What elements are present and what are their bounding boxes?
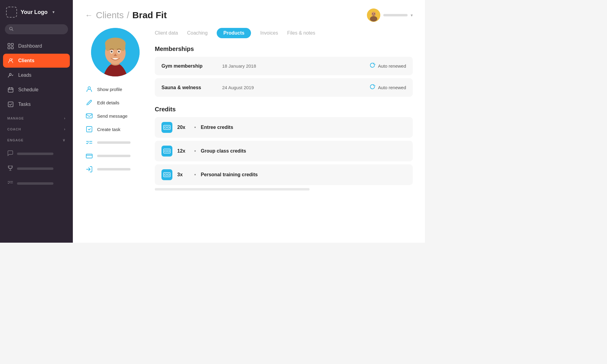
credit-group: 12x • Group class credits	[155, 141, 413, 161]
svg-point-19	[370, 16, 377, 22]
sidebar-bottom-trophy[interactable]	[3, 162, 70, 175]
engage-chevron-icon: ∨	[63, 138, 66, 142]
credits-section: Credits 20x •	[155, 106, 413, 190]
credits-title: Credits	[155, 106, 413, 113]
chat-icon	[7, 150, 13, 157]
svg-point-8	[9, 73, 11, 75]
content-area: Show profile Edit details	[73, 28, 425, 243]
svg-point-35	[112, 51, 112, 52]
action-placeholder-3[interactable]	[85, 165, 146, 174]
membership-status-gym: Auto renewed	[369, 62, 406, 70]
sidebar-bottom-chat[interactable]	[3, 147, 70, 160]
action-placeholder-text-3	[97, 168, 131, 170]
sidebar-item-dashboard[interactable]: Dashboard	[3, 39, 70, 53]
logo[interactable]: Your Logo ▾	[0, 0, 73, 24]
action-placeholder-1[interactable]	[85, 138, 146, 147]
user-name-placeholder	[383, 14, 408, 16]
create-task-label: Create task	[97, 127, 120, 132]
membership-name-gym: Gym membership	[161, 63, 216, 69]
dashboard-icon	[7, 43, 14, 49]
svg-point-60	[168, 174, 169, 176]
svg-point-54	[168, 150, 169, 152]
credit-entree: 20x • Entree credits	[155, 117, 413, 138]
back-button[interactable]: ←	[85, 11, 93, 20]
credit-name-personal: Personal training credits	[201, 172, 258, 177]
user-widget[interactable]: ▾	[367, 8, 413, 22]
memberships-section: Memberships Gym membership 18 January 20…	[155, 46, 413, 100]
membership-date-gym: 18 January 2018	[222, 63, 363, 69]
section-coach[interactable]: COACH ›	[3, 123, 70, 133]
tab-files-notes[interactable]: Files & notes	[287, 29, 315, 38]
sidebar-item-schedule[interactable]: Schedule	[3, 83, 70, 97]
search-bar[interactable]	[5, 24, 68, 34]
edit-details-icon	[85, 98, 93, 107]
create-task-action[interactable]: Create task	[85, 125, 146, 133]
show-profile-action[interactable]: Show profile	[85, 85, 146, 93]
membership-name-sauna: Sauna & welness	[161, 85, 216, 90]
sidebar-item-label: Dashboard	[18, 43, 42, 49]
send-message-label: Send message	[97, 113, 127, 119]
credit-count-entree: 20x	[177, 125, 189, 130]
create-task-icon	[85, 125, 93, 133]
send-message-action[interactable]: Send message	[85, 112, 146, 120]
svg-point-37	[88, 87, 90, 89]
breadcrumb-separator: /	[127, 10, 129, 20]
tab-client-data[interactable]: Client data	[155, 29, 178, 38]
svg-rect-5	[11, 47, 13, 49]
chat-placeholder	[17, 153, 53, 155]
checklist-placeholder	[17, 182, 53, 185]
svg-point-34	[118, 51, 120, 52]
main-content: ← Clients / Brad Fit ▾	[73, 0, 425, 243]
tabs: Client data Coaching Products Invoices F…	[155, 28, 413, 38]
show-profile-icon	[85, 85, 93, 93]
credit-name-group: Group class credits	[201, 148, 246, 154]
renew-icon-sauna	[369, 84, 375, 91]
svg-point-20	[371, 12, 376, 16]
sidebar-item-tasks[interactable]: Tasks	[3, 97, 70, 111]
card-icon	[85, 152, 93, 160]
action-placeholder-2[interactable]	[85, 152, 146, 160]
user-menu-chevron-icon[interactable]: ▾	[411, 13, 413, 18]
trophy-placeholder	[17, 167, 53, 170]
breadcrumb-parent[interactable]: Clients	[96, 10, 124, 20]
left-panel: Show profile Edit details	[85, 28, 146, 237]
section-manage[interactable]: MANAGE ›	[3, 112, 70, 122]
svg-rect-2	[8, 43, 10, 46]
membership-sauna: Sauna & welness 24 August 2019 Auto rene…	[155, 78, 413, 97]
tab-products[interactable]: Products	[217, 28, 251, 38]
memberships-title: Memberships	[155, 46, 413, 52]
svg-point-7	[12, 59, 13, 60]
tab-coaching[interactable]: Coaching	[187, 29, 208, 38]
section-engage[interactable]: ENGAGE ∨	[3, 134, 70, 144]
trophy-icon	[7, 165, 13, 172]
section-manage-label: MANAGE	[7, 116, 24, 120]
tab-invoices[interactable]: Invoices	[260, 29, 278, 38]
svg-point-28	[120, 42, 125, 51]
sidebar-item-clients[interactable]: Clients	[3, 54, 70, 68]
svg-rect-39	[86, 126, 92, 132]
credit-icon-entree	[161, 122, 172, 133]
leads-icon	[7, 72, 14, 79]
breadcrumb-current: Brad Fit	[132, 10, 167, 20]
credit-count-group: 12x	[177, 148, 189, 154]
membership-status-sauna: Auto renewed	[369, 84, 406, 91]
list-check-icon	[85, 138, 93, 147]
svg-rect-13	[8, 102, 13, 107]
login-icon	[85, 165, 93, 174]
schedule-icon	[7, 86, 14, 93]
sidebar-bottom-checklist[interactable]	[3, 177, 70, 190]
svg-point-27	[105, 42, 110, 51]
membership-status-text-sauna: Auto renewed	[378, 85, 406, 90]
send-message-icon	[85, 112, 93, 120]
credit-personal: 3x • Personal training credits	[155, 164, 413, 185]
credit-icon-group	[161, 146, 172, 157]
section-coach-label: COACH	[7, 127, 21, 131]
sidebar-item-leads[interactable]: Leads	[3, 68, 70, 82]
credit-dot-entree: •	[194, 125, 196, 130]
main-nav: Dashboard Clients Leads	[0, 39, 73, 144]
credit-dot-group: •	[194, 148, 196, 154]
logo-text: Your Logo	[21, 9, 48, 15]
membership-date-sauna: 24 August 2019	[222, 85, 363, 90]
coach-chevron-icon: ›	[64, 127, 66, 131]
edit-details-action[interactable]: Edit details	[85, 98, 146, 107]
